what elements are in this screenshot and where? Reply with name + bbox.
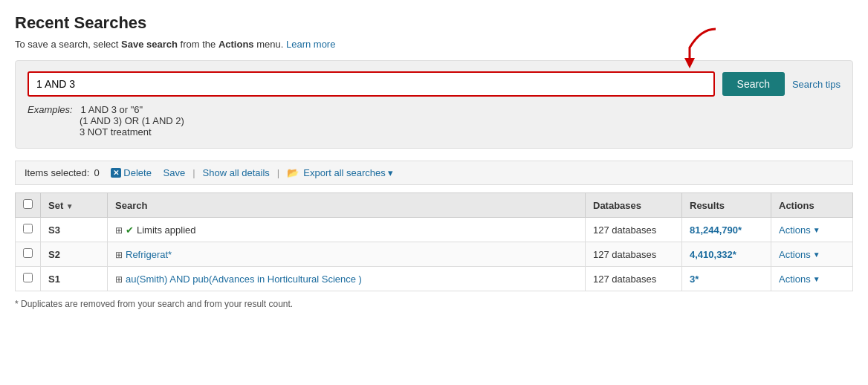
row-databases-cell: 127 databases [586,242,682,267]
save-button[interactable]: Save [163,167,186,178]
items-selected-label: Items selected: [25,167,89,178]
export-all-searches-button[interactable]: Export all searches ▾ [303,167,393,178]
row-results-cell: 4,410,332* [682,242,771,267]
search-query-text: Limits applied [137,224,196,236]
row-checkbox[interactable] [23,224,33,233]
row-results-cell: 3* [682,267,771,291]
expand-icon[interactable]: ⊞ [115,250,123,260]
learn-more-link[interactable]: Learn more [286,39,335,50]
row-search-cell: ⊞au(Smith) AND pub(Advances in Horticult… [108,267,586,291]
actions-caret-icon: ▼ [813,226,820,234]
col-header-databases: Databases [586,193,682,218]
row-checkbox-cell [16,242,41,267]
row-databases-cell: 127 databases [586,267,682,291]
table-row: S1⊞au(Smith) AND pub(Advances in Horticu… [16,267,853,291]
search-examples: Examples: 1 AND 3 or "6" (1 AND 3) OR (1… [27,104,841,138]
actions-label: Actions [779,274,811,285]
table-header-row: Set ▼ Search Databases Results Actions [16,193,853,218]
row-set-cell: S2 [41,242,108,267]
table-row: S3⊞✔Limits applied127 databases81,244,79… [16,218,853,242]
export-icon: 📂 [287,167,299,178]
col-header-checkbox [16,193,41,218]
expand-icon[interactable]: ⊞ [115,274,123,285]
search-button[interactable]: Search [722,72,785,96]
set-label: S1 [48,274,60,285]
actions-dropdown-button[interactable]: Actions ▼ [779,224,845,236]
row-results-cell: 81,244,790* [682,218,771,242]
results-count-link[interactable]: 4,410,332* [690,249,736,260]
toolbar: Items selected: 0 ✕ Delete Save | Show a… [15,161,853,185]
row-actions-cell: Actions ▼ [771,242,853,267]
actions-dropdown-button[interactable]: Actions ▼ [779,274,845,285]
row-actions-cell: Actions ▼ [771,267,853,291]
results-count-link[interactable]: 81,244,790* [690,224,742,236]
actions-caret-icon: ▼ [813,275,820,283]
col-header-actions: Actions [771,193,853,218]
row-databases-cell: 127 databases [586,218,682,242]
arrow-decoration [656,25,723,76]
row-checkbox-cell [16,218,41,242]
set-label: S2 [48,249,60,260]
footnote: * Duplicates are removed from your searc… [15,299,853,309]
set-sort-icon[interactable]: ▼ [66,202,74,210]
items-selected-count: 0 [94,167,99,178]
limits-applied-checkmark-icon: ✔ [126,224,134,236]
delete-button[interactable]: ✕ Delete [111,167,152,178]
actions-label: Actions [779,224,811,236]
row-checkbox[interactable] [23,273,33,282]
expand-icon[interactable]: ⊞ [115,225,123,236]
search-area: Search Search tips Examples: 1 AND 3 or … [15,60,853,149]
search-query-link[interactable]: au(Smith) AND pub(Advances in Horticultu… [126,274,362,285]
show-all-details-button[interactable]: Show all details [203,167,270,178]
results-table: Set ▼ Search Databases Results Actions S… [15,192,853,291]
page-subtitle: To save a search, select Save search fro… [15,39,853,50]
actions-dropdown-button[interactable]: Actions ▼ [779,249,845,260]
col-header-search: Search [108,193,586,218]
row-actions-cell: Actions ▼ [771,218,853,242]
col-header-set: Set ▼ [41,193,108,218]
row-search-cell: ⊞Refrigerat* [108,242,586,267]
search-input[interactable] [27,71,715,97]
search-query-link[interactable]: Refrigerat* [126,249,172,260]
search-row: Search Search tips [27,71,841,97]
search-tips-link[interactable]: Search tips [792,79,841,90]
row-search-cell: ⊞✔Limits applied [108,218,586,242]
actions-label: Actions [779,249,811,260]
row-set-cell: S3 [41,218,108,242]
table-row: S2⊞Refrigerat*127 databases4,410,332*Act… [16,242,853,267]
set-label: S3 [48,224,60,236]
svg-marker-0 [684,58,695,68]
row-checkbox-cell [16,267,41,291]
page-title: Recent Searches [15,13,853,33]
actions-caret-icon: ▼ [813,250,820,259]
col-header-results: Results [682,193,771,218]
row-checkbox[interactable] [23,248,33,258]
select-all-checkbox[interactable] [23,199,33,209]
row-set-cell: S1 [41,267,108,291]
results-count-link[interactable]: 3* [690,274,699,285]
delete-x-icon: ✕ [111,168,121,178]
